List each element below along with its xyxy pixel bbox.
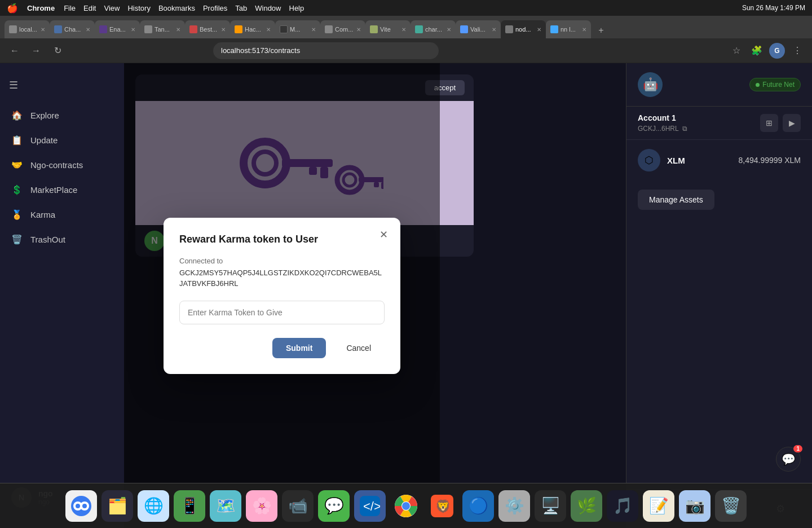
modal-close-button[interactable]: ✕ — [376, 227, 391, 243]
apple-icon[interactable]: 🍎 — [7, 3, 18, 14]
tab-local[interactable]: local... ✕ — [5, 20, 50, 38]
tab-best[interactable]: Best... ✕ — [185, 20, 230, 38]
menu-profiles[interactable]: Profiles — [203, 4, 227, 12]
tab-label: Hac... — [245, 26, 261, 33]
tab-tan[interactable]: Tan... ✕ — [140, 20, 185, 38]
sidebar-item-trashout[interactable]: 🗑️ TrashOut — [0, 227, 124, 252]
dock-launchpad[interactable]: 🗂️ — [102, 490, 133, 522]
dock-terminal[interactable]: 🖥️ — [535, 490, 566, 522]
tab-label: M... — [290, 26, 300, 33]
dock-textedit[interactable]: 📝 — [643, 490, 674, 522]
hamburger-icon[interactable]: ☰ — [0, 74, 124, 96]
network-badge[interactable]: Future Net — [749, 78, 801, 91]
tab-vali[interactable]: Vali... ✕ — [456, 20, 501, 38]
menu-help[interactable]: Help — [289, 4, 304, 12]
svg-point-14 — [82, 504, 87, 508]
tab-close[interactable]: ✕ — [176, 27, 180, 33]
dock-spotify[interactable]: 🎵 — [607, 490, 638, 522]
copy-icon[interactable]: ⧉ — [682, 125, 687, 133]
tab-hac[interactable]: Hac... ✕ — [230, 20, 275, 38]
forward-button[interactable]: → — [28, 43, 44, 59]
main-content: ☰ 🏠 Explore 📋 Update 🤝 Ngo-contracts 💲 M… — [0, 63, 812, 528]
tab-close[interactable]: ✕ — [266, 27, 271, 33]
modal-cancel-button[interactable]: Cancel — [333, 338, 385, 358]
tab-close[interactable]: ✕ — [41, 27, 45, 33]
tab-com[interactable]: Com... ✕ — [320, 20, 365, 38]
tab-nn[interactable]: nn l... ✕ — [546, 20, 591, 38]
tab-label: Tan... — [155, 26, 170, 33]
dock-brave[interactable]: 🦁 — [426, 490, 458, 522]
tab-close[interactable]: ✕ — [221, 27, 226, 33]
dock-finder[interactable] — [65, 490, 97, 522]
dock-facetime[interactable]: 📹 — [282, 490, 314, 522]
menu-edit[interactable]: Edit — [83, 4, 96, 12]
tab-cha[interactable]: Cha... ✕ — [50, 20, 95, 38]
tab-ena[interactable]: Ena... ✕ — [95, 20, 140, 38]
tab-close[interactable]: ✕ — [401, 27, 406, 33]
tab-favicon — [460, 25, 468, 33]
dock-preview[interactable]: 📷 — [679, 490, 710, 522]
dock-maps[interactable]: 🗺️ — [210, 490, 241, 522]
dock-chrome[interactable] — [390, 490, 422, 522]
dock-messages[interactable]: 📱 — [174, 490, 205, 522]
dock-vscode[interactable]: </> — [354, 490, 386, 522]
account-address: GCKJ...6HRL ⧉ — [638, 125, 687, 133]
sidebar-item-marketplace[interactable]: 💲 MarketPlace — [0, 177, 124, 202]
tab-close[interactable]: ✕ — [537, 27, 541, 33]
app-name[interactable]: Chrome — [27, 4, 55, 12]
menu-icon[interactable]: ⋮ — [789, 43, 805, 59]
svg-point-20 — [402, 502, 410, 510]
dock-obsidian[interactable]: 🌿 — [571, 490, 602, 522]
tab-favicon — [370, 25, 378, 33]
tab-close[interactable]: ✕ — [582, 27, 586, 33]
sidebar-item-karma[interactable]: 🏅 Karma — [0, 202, 124, 227]
tab-char[interactable]: char... ✕ — [411, 20, 456, 38]
dock-appstore[interactable]: 🔵 — [462, 490, 494, 522]
menu-window[interactable]: Window — [255, 4, 281, 12]
marketplace-icon: 💲 — [11, 184, 23, 195]
sidebar-item-ngo-contracts[interactable]: 🤝 Ngo-contracts — [0, 152, 124, 177]
tab-vite[interactable]: Vite ✕ — [365, 20, 411, 38]
back-button[interactable]: ← — [7, 43, 23, 59]
tab-nod[interactable]: nod... ✕ — [501, 20, 546, 38]
menu-bookmarks[interactable]: Bookmarks — [158, 4, 195, 12]
wallet-logo: 🤖 — [638, 72, 663, 97]
profile-avatar[interactable]: G — [769, 43, 785, 59]
dock-systemprefs[interactable]: ⚙️ — [498, 490, 530, 522]
tab-close[interactable]: ✕ — [356, 27, 361, 33]
svg-point-13 — [76, 504, 80, 508]
send-button[interactable]: ▶ — [783, 114, 801, 132]
sidebar-item-explore[interactable]: 🏠 Explore — [0, 103, 124, 127]
dock-trash[interactable]: 🗑️ — [715, 490, 747, 522]
karma-token-input[interactable] — [179, 301, 385, 324]
dock-whatsapp[interactable]: 💬 — [318, 490, 350, 522]
tab-close[interactable]: ✕ — [86, 27, 90, 33]
wallet-account: Account 1 GCKJ...6HRL ⧉ ⊞ ▶ — [626, 107, 812, 140]
tab-label: Ena... — [109, 26, 126, 33]
qr-button[interactable]: ⊞ — [760, 114, 778, 132]
modal-submit-button[interactable]: Submit — [272, 338, 326, 358]
new-tab-button[interactable]: + — [593, 23, 609, 38]
tab-close[interactable]: ✕ — [131, 27, 135, 33]
sidebar-label-update: Update — [30, 135, 58, 145]
chat-fab[interactable]: 💬 1 — [776, 447, 801, 472]
tab-close[interactable]: ✕ — [447, 27, 451, 33]
dock-safari[interactable]: 🌐 — [138, 490, 169, 522]
address-input[interactable] — [213, 42, 439, 59]
dock-photos[interactable]: 🌸 — [246, 490, 277, 522]
tab-close[interactable]: ✕ — [492, 27, 496, 33]
bookmark-icon[interactable]: ☆ — [729, 43, 744, 59]
chat-badge: 1 — [793, 445, 802, 452]
sidebar-item-update[interactable]: 📋 Update — [0, 127, 124, 152]
manage-assets-button[interactable]: Manage Assets — [638, 190, 714, 210]
menu-tab[interactable]: Tab — [235, 4, 247, 12]
menu-file[interactable]: File — [64, 4, 76, 12]
tab-m[interactable]: M... ✕ — [275, 20, 320, 38]
account-actions: ⊞ ▶ — [760, 114, 801, 132]
reload-button[interactable]: ↻ — [50, 43, 65, 59]
menu-view[interactable]: View — [104, 4, 120, 12]
menu-history[interactable]: History — [127, 4, 150, 12]
tab-close[interactable]: ✕ — [311, 27, 316, 33]
mac-dock: 🗂️ 🌐 📱 🗺️ 🌸 📹 💬 </> 🦁 🔵 ⚙️ 🖥️ 🌿 🎵 📝 📷 🗑️ — [0, 483, 812, 528]
extensions-icon[interactable]: 🧩 — [749, 43, 765, 59]
